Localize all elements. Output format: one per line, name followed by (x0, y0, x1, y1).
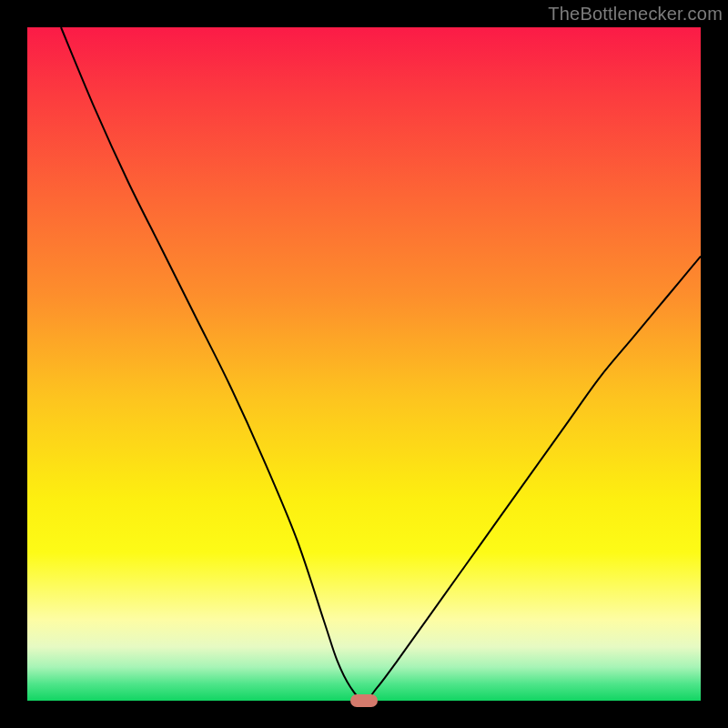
optimal-marker (350, 694, 378, 707)
plot-area (27, 27, 701, 701)
watermark-text: TheBottlenecker.com (548, 4, 723, 25)
bottleneck-curve (27, 27, 701, 701)
chart-frame: TheBottlenecker.com (0, 0, 728, 728)
